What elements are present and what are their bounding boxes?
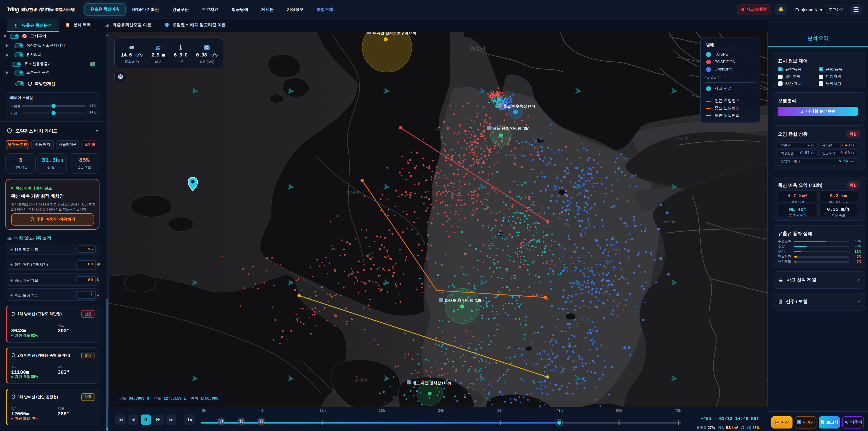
svg-text:우두리: 우두리 — [675, 136, 687, 140]
svg-text:국동 전복 양식장 (3h): 국동 전복 양식장 (3h) — [493, 126, 529, 130]
svg-text:화양면: 화양면 — [347, 190, 360, 194]
svg-text:돌산읍: 돌산읍 — [663, 219, 676, 223]
svg-text:종포 해수욕장 (1h): 종포 해수욕장 (1h) — [503, 104, 535, 108]
svg-text:화태도 김 양식장 (10h): 화태도 김 양식장 (10h) — [445, 298, 484, 302]
svg-text:개도 해안 양식장 (18h): 개도 해안 양식장 (18h) — [412, 380, 451, 385]
svg-text:여자만 습지보호구역 (6h): 여자만 습지보호구역 (6h) — [373, 32, 416, 35]
svg-text:화정면: 화정면 — [355, 378, 367, 382]
svg-text:여수시: 여수시 — [469, 45, 486, 51]
